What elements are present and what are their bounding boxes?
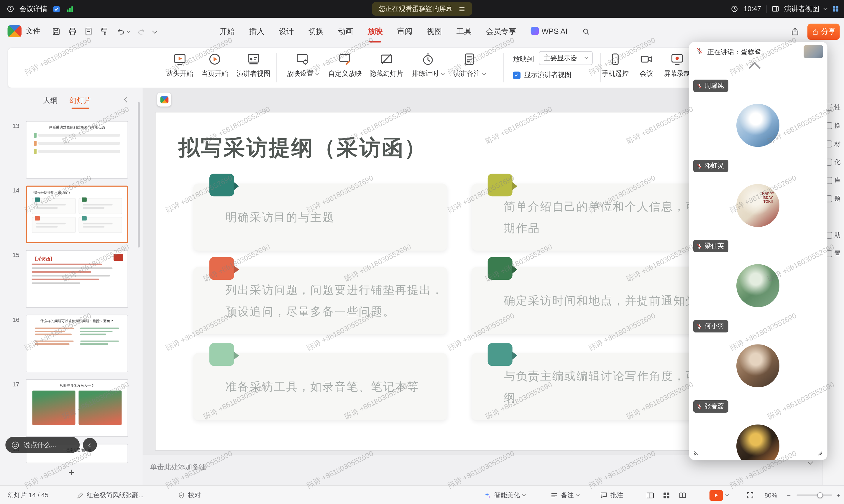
comments-button[interactable]: 批注 <box>599 486 623 504</box>
share-button[interactable]: 分享 <box>807 23 840 40</box>
reading-view-icon[interactable] <box>678 491 687 500</box>
window-tiles-icon[interactable] <box>832 5 840 13</box>
meeting-details-menu[interactable]: 会议详情 <box>19 4 48 14</box>
template-name-button[interactable]: 红色极简风纸张翻... <box>76 486 144 504</box>
undo-button[interactable] <box>116 27 130 36</box>
slide-thumbnail-15[interactable]: 【采访函】 <box>26 250 128 308</box>
ribbon-hide-slide[interactable]: 隐藏幻灯片 <box>366 52 407 78</box>
tab-wps-ai[interactable]: WPS AI <box>531 18 568 45</box>
ribbon-presenter-view[interactable]: 演讲者视图 <box>233 52 274 78</box>
slide-number: 14 <box>8 187 19 194</box>
smart-beautify-button[interactable]: 智能美化 <box>483 486 525 504</box>
tab-transition[interactable]: 切换 <box>309 18 323 45</box>
tab-slideshow[interactable]: 放映 <box>368 18 383 45</box>
tab-tools[interactable]: 工具 <box>457 18 472 45</box>
collapse-panel-icon[interactable] <box>124 97 129 103</box>
normal-view-icon[interactable] <box>646 491 654 500</box>
notes-toggle-button[interactable]: 备注 <box>550 486 579 504</box>
ribbon-custom-show[interactable]: 自定义放映 <box>325 52 366 78</box>
export-doc-icon[interactable] <box>84 27 93 36</box>
chat-collapse-button[interactable] <box>83 438 97 452</box>
slide-editor[interactable]: 拟写采访提纲（采访函） 明确采访目的与主题 简单介绍自己的单位和个人信息，可附 … <box>155 112 705 451</box>
fit-screen-button[interactable] <box>746 486 754 504</box>
chevron-down-icon <box>522 492 526 496</box>
slide-sorter-icon[interactable] <box>662 491 671 500</box>
slide-number: 15 <box>8 252 19 258</box>
file-menu[interactable]: 文件 <box>26 26 40 36</box>
resize-handle-icon[interactable] <box>815 449 823 456</box>
presenter-preview-thumbnail[interactable] <box>804 45 823 58</box>
strip-item[interactable]: 题 <box>825 195 843 203</box>
search-icon[interactable] <box>582 27 591 36</box>
strip-item[interactable]: 库 <box>825 177 843 184</box>
zoom-out-button[interactable]: − <box>787 486 791 504</box>
meeting-camera-icon <box>639 52 653 66</box>
strip-item[interactable]: 材 <box>825 140 843 148</box>
participant-tile[interactable]: 梁仕英 <box>689 240 827 310</box>
display-target-select[interactable]: 主要显示器 <box>539 51 593 65</box>
presenter-view-checkbox-row[interactable]: ✓ 显示演讲者视图 <box>513 70 572 79</box>
resize-handle-icon[interactable] <box>693 449 701 456</box>
ribbon-from-current[interactable]: 当页开始 <box>194 52 235 78</box>
slide-thumbnail-14-selected[interactable]: 拟写采访提纲（采访函） <box>26 186 128 243</box>
tab-slides[interactable]: 幻灯片 <box>69 96 91 106</box>
presenter-view-checkbox[interactable]: ✓ <box>513 71 521 79</box>
slideshow-ribbon: 从头开始 当页开始 演讲者视图 放映设置 自定义放映 隐藏幻灯片 排练计时 <box>8 48 761 88</box>
zoom-slider-handle[interactable] <box>817 492 823 498</box>
display-to-label: 放映到 <box>513 54 534 64</box>
ribbon-rehearse-timing[interactable]: 排练计时 <box>407 52 449 78</box>
wps-mini-logo-button[interactable] <box>157 93 171 106</box>
slide-panel: 大纲 幻灯片 13 判断采访对象的利益格局与可能心态 14 拟写采访提纲（采访函… <box>0 88 143 485</box>
screen-watching-banner[interactable]: 您正在观看蛋糕鲨的屏幕 <box>372 2 472 16</box>
participant-tile[interactable]: 周馨纯 <box>689 79 827 149</box>
tab-animation[interactable]: 动画 <box>338 18 353 45</box>
speaker-notes-icon <box>462 52 476 66</box>
strip-item[interactable]: 置 <box>825 250 843 257</box>
tab-view[interactable]: 视图 <box>427 18 442 45</box>
tab-start[interactable]: 开始 <box>220 18 235 45</box>
tab-insert[interactable]: 插入 <box>249 18 264 45</box>
participant-tile[interactable]: 何小羽 <box>689 320 827 390</box>
view-mode-dropdown[interactable]: 演讲者视图 <box>784 4 819 14</box>
strip-item[interactable]: 换 <box>825 122 843 130</box>
save-icon[interactable] <box>52 27 61 36</box>
collapse-panel-caret[interactable] <box>749 61 760 74</box>
participant-tile[interactable]: 邓虹灵 HAPPY BDAY TOKI! <box>689 160 827 230</box>
tab-outline[interactable]: 大纲 <box>43 96 57 106</box>
app-toolbar: 文件 开始 插入 设计 切换 动画 放映 审阅 视图 工具 会员专享 WPS A… <box>0 18 844 45</box>
slide-thumbnail-13[interactable]: 判断采访对象的利益格局与可能心态 <box>26 121 128 179</box>
upload-cloud-icon[interactable] <box>790 27 800 37</box>
meeting-app-icon[interactable] <box>52 5 61 13</box>
strip-item[interactable]: 助 <box>825 231 843 239</box>
chat-input[interactable]: 说点什么... <box>5 437 80 453</box>
hamburger-icon[interactable] <box>458 5 465 13</box>
avatar <box>736 425 779 460</box>
meeting-participants-panel[interactable]: 正在讲话：蛋糕鲨; 周馨纯 邓虹灵 HAPPY BDAY TOKI! 梁仕英 <box>689 42 827 460</box>
wps-logo[interactable] <box>8 25 21 37</box>
proofread-button[interactable]: 校对 <box>177 486 200 504</box>
play-slideshow-button[interactable] <box>709 486 728 504</box>
presenter-layout-icon <box>771 5 779 13</box>
slide-title[interactable]: 拟写采访提纲（采访函） <box>178 133 427 162</box>
emoji-icon[interactable] <box>11 440 20 449</box>
zoom-slider[interactable] <box>796 486 832 504</box>
redo-button[interactable] <box>137 27 146 36</box>
slide-thumbnail-16[interactable]: 什么样的问题可以被称为好问题：剔除？避免？ <box>26 315 128 372</box>
add-slide-button[interactable]: + <box>65 466 78 480</box>
tab-design[interactable]: 设计 <box>279 18 294 45</box>
format-painter-icon[interactable] <box>100 27 109 36</box>
mic-muted-icon <box>696 83 702 89</box>
participant-tile[interactable]: 张春蕊 <box>689 400 827 460</box>
zoom-in-button[interactable]: + <box>837 486 841 504</box>
strip-item[interactable]: 化 <box>825 158 843 166</box>
tab-member[interactable]: 会员专享 <box>486 18 516 45</box>
ribbon-speaker-notes[interactable]: 演讲备注 <box>449 52 490 78</box>
ribbon-show-settings[interactable]: 放映设置 <box>282 52 323 78</box>
more-commands-chevron[interactable] <box>152 28 157 33</box>
sidebar-scrollbar[interactable] <box>138 102 140 248</box>
comment-icon <box>599 491 608 499</box>
slide-thumbnail-17[interactable]: 从哪些具体方向入手？ <box>26 379 128 437</box>
tab-review[interactable]: 审阅 <box>397 18 412 45</box>
print-icon[interactable] <box>68 27 77 36</box>
strip-item[interactable]: 性 <box>825 103 843 111</box>
